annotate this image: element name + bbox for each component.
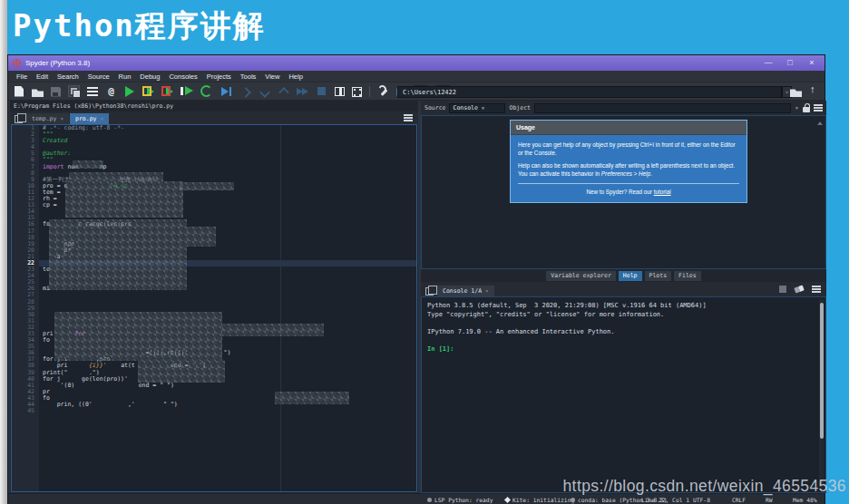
new-editor-window-icon[interactable] (15, 115, 23, 123)
continue-icon[interactable] (297, 85, 308, 97)
console-prompt[interactable]: In [1]: (427, 345, 454, 353)
rerun-cell-icon[interactable] (200, 85, 212, 97)
editor-options-menu-icon[interactable] (404, 114, 413, 121)
menu-item-search[interactable]: Search (53, 73, 83, 81)
run-cell-advance-icon[interactable] (161, 85, 173, 97)
menu-item-help[interactable]: Help (284, 73, 307, 81)
menu-item-projects[interactable]: Projects (202, 73, 236, 81)
maximize-pane-icon[interactable] (352, 87, 362, 97)
line-number-gutter: 1234567891011121314151617181920212223242… (12, 125, 39, 491)
pane-tab-variable-explorer[interactable]: Variable explorer (546, 271, 616, 281)
editor-pane: E:\Program Files (x86)\Python38\renshi\p… (10, 101, 418, 493)
new-console-icon[interactable] (425, 287, 434, 296)
menu-item-debug[interactable]: Debug (135, 73, 164, 81)
console-scrollbar[interactable] (819, 299, 824, 490)
scroll-up-icon[interactable] (817, 119, 823, 125)
editor-tab-pro.py[interactable]: pro.py× (70, 113, 109, 124)
scrollbar-thumb[interactable] (820, 303, 824, 439)
divider (518, 183, 739, 184)
menu-item-edit[interactable]: Edit (32, 73, 53, 81)
usage-paragraph-1: Here you can get help of any object by p… (518, 141, 739, 157)
usage-card-title: Usage (511, 121, 747, 135)
save-icon[interactable] (51, 87, 61, 97)
pane-tab-files[interactable]: Files (674, 271, 701, 281)
censored-region (69, 172, 163, 181)
code-line-2: """ (43, 131, 416, 138)
close-icon[interactable]: × (485, 287, 489, 294)
help-header: Source Console▼ Object ▼ (421, 101, 826, 115)
step-return-icon[interactable] (278, 85, 289, 97)
pane-tab-plots[interactable]: Plots (645, 271, 672, 281)
maximize-button[interactable]: □ (779, 55, 801, 71)
minimize-button[interactable]: — (757, 55, 779, 71)
file-switcher-icon[interactable] (87, 87, 98, 96)
code-line-44: prin, ((0' ,' " ") (43, 402, 416, 408)
toolbar-separator (369, 86, 370, 97)
object-label: Object (509, 104, 530, 111)
run-cell-icon[interactable] (142, 85, 154, 97)
debug-file-icon[interactable] (220, 85, 232, 97)
menu-item-source[interactable]: Source (83, 73, 114, 81)
menu-item-run[interactable]: Run (114, 73, 136, 81)
help-options-menu-icon[interactable] (814, 104, 823, 111)
save-all-icon[interactable] (68, 85, 80, 97)
help-content: Usage Here you can get help of any objec… (421, 115, 826, 269)
preferences-wrench-icon[interactable] (377, 85, 389, 97)
code-line-29 (43, 305, 416, 312)
tutorial-link[interactable]: tutorial (654, 189, 671, 195)
censored-region (138, 361, 225, 383)
usage-card: Usage Here you can get help of any objec… (510, 120, 747, 203)
menu-item-tools[interactable]: Tools (236, 73, 261, 81)
run-selection-icon[interactable] (181, 85, 192, 97)
console-options-menu-icon[interactable] (812, 286, 821, 293)
window-title: Spyder (Python 3.8) (25, 59, 90, 67)
window-titlebar[interactable]: Spyder (Python 3.8) — □ × (8, 55, 825, 71)
close-button[interactable]: × (801, 55, 823, 71)
code-line-45 (43, 408, 416, 414)
help-pane: Source Console▼ Object ▼ Usage Here you … (421, 101, 826, 282)
usage-paragraph-2: Help can also be shown automatically aft… (518, 161, 739, 178)
censored-region (275, 392, 349, 404)
step-over-icon[interactable] (239, 85, 251, 97)
censored-region (65, 181, 183, 218)
code-line-3: Created (43, 138, 416, 144)
close-icon[interactable]: × (60, 115, 63, 121)
censored-region (180, 182, 234, 190)
panes-layout-icon[interactable] (335, 87, 345, 96)
menu-item-consoles[interactable]: Consoles (164, 73, 201, 81)
source-select[interactable]: Console▼ (449, 103, 505, 113)
new-file-icon[interactable] (15, 86, 24, 97)
working-directory-input[interactable]: C:\Users\12422 (397, 86, 782, 98)
clear-console-icon[interactable] (794, 285, 804, 293)
menu-item-view[interactable]: View (260, 73, 284, 81)
censored-region (54, 312, 222, 361)
stop-debug-icon[interactable] (317, 87, 326, 95)
menu-item-file[interactable]: File (12, 73, 32, 81)
browse-directory-icon[interactable] (790, 85, 802, 97)
censored-region (187, 227, 216, 247)
pane-tabs: Variable explorerHelpPlotsFiles (421, 269, 826, 282)
code-line-41: '(0) end = " ") (43, 383, 416, 389)
status-icon (427, 498, 432, 502)
interrupt-kernel-icon[interactable] (779, 286, 786, 293)
lock-icon[interactable] (803, 107, 810, 112)
run-file-icon[interactable] (125, 86, 134, 97)
open-file-icon[interactable] (32, 87, 44, 97)
find-symbol-icon[interactable]: @ (105, 85, 117, 97)
console-tab-bar: Console 1/A× (421, 282, 826, 296)
code-line-28 (43, 299, 416, 305)
editor-tab-temp.py[interactable]: temp.py× (26, 113, 69, 124)
console-tab[interactable]: Console 1/A× (437, 286, 494, 296)
editor-file-path: E:\Program Files (x86)\Python38\renshi\p… (10, 101, 418, 111)
object-input[interactable] (534, 103, 791, 113)
step-into-icon[interactable] (259, 85, 270, 97)
pane-tab-help[interactable]: Help (619, 271, 642, 281)
code-editor[interactable]: 1234567891011121314151617181920212223242… (11, 124, 417, 492)
close-icon[interactable]: × (101, 115, 104, 121)
console-output[interactable]: Python 3.8.5 (default, Sep 3 2020, 21:29… (421, 296, 826, 493)
object-dropdown-icon[interactable]: ▼ (795, 105, 799, 111)
censored-region (222, 324, 324, 336)
banner-title: Python程序讲解 (13, 5, 266, 47)
status-icon (571, 498, 575, 502)
go-up-directory-icon[interactable]: ↑ (810, 83, 815, 94)
